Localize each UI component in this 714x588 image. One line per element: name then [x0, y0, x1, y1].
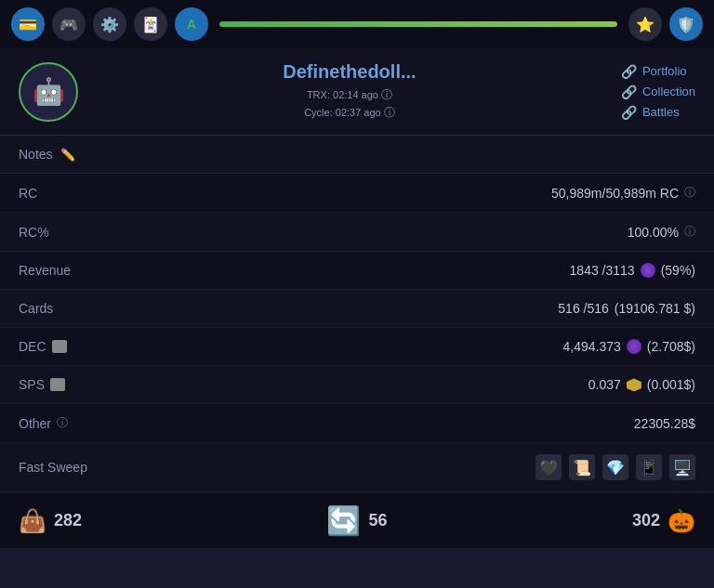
bottom-right-icon: 🎃: [668, 508, 695, 534]
profile-trx: TRX: 02:14 ago ⓘ: [97, 86, 602, 104]
revenue-row: Revenue 1843 /3113 (59%): [0, 252, 714, 290]
shield-nav-btn[interactable]: 🛡️: [669, 7, 703, 41]
nav-left-icons: 💳 🎮 ⚙️ 🃏 A: [11, 7, 208, 41]
star-nav-btn[interactable]: ⭐: [628, 7, 662, 41]
dec-row: DEC 4,494.373 (2.708$): [0, 328, 714, 366]
sps-cabinet-icon[interactable]: [50, 378, 65, 391]
revenue-label: Revenue: [19, 263, 130, 278]
bottom-right-item: 302 🎃: [632, 508, 695, 534]
fast-sweep-label: Fast Sweep: [19, 460, 87, 475]
notes-edit-icon[interactable]: ✏️: [60, 148, 75, 162]
revenue-token-icon: [641, 263, 655, 278]
trx-info-icon[interactable]: ⓘ: [381, 88, 392, 101]
dec-label: DEC: [19, 339, 130, 354]
cards-value: 516 /516 (19106.781 $): [558, 301, 695, 316]
sps-value: 0.037 (0.001$): [588, 377, 695, 392]
bottom-left-icon: 👜: [19, 508, 46, 534]
dec-cabinet-icon[interactable]: [52, 340, 67, 353]
rc-row: RC 50,989m/50,989m RC ⓘ: [0, 174, 714, 213]
collection-link[interactable]: 🔗 Collection: [621, 85, 695, 99]
settings-nav-btn[interactable]: ⚙️: [93, 7, 126, 41]
progress-bar: [219, 21, 617, 27]
revenue-value: 1843 /3113 (59%): [570, 263, 695, 278]
profile-cycle: Cycle: 02:37 ago ⓘ: [97, 104, 602, 122]
sps-token-icon: [627, 378, 641, 391]
bottom-center-item: 🔄 56: [82, 504, 632, 537]
main-content: Notes ✏️ RC 50,989m/50,989m RC ⓘ RC% 100…: [0, 136, 714, 492]
notes-row: Notes ✏️: [0, 136, 714, 174]
sweep-icon-1[interactable]: 🖤: [536, 454, 562, 480]
avatar: 🤖: [19, 62, 78, 122]
bottom-left-item: 👜 282: [19, 508, 82, 534]
profile-links: 🔗 Portfolio 🔗 Collection 🔗 Battles: [621, 64, 695, 120]
sweep-icon-4[interactable]: 📱: [636, 454, 662, 480]
battles-link[interactable]: 🔗 Battles: [621, 105, 680, 120]
other-row: Other ⓘ 22305.28$: [0, 404, 714, 443]
notes-label: Notes: [19, 147, 53, 162]
sweep-icons: 🖤 📜 💎 📱 🖥️: [536, 454, 695, 480]
account-nav-btn[interactable]: A: [175, 7, 208, 41]
progress-fill: [219, 21, 617, 27]
other-info-icon[interactable]: ⓘ: [57, 415, 68, 431]
other-label: Other ⓘ: [19, 415, 130, 431]
rc-value: 50,989m/50,989m RC ⓘ: [551, 185, 695, 201]
wallet-nav-btn[interactable]: 💳: [11, 7, 45, 41]
rc-info-icon[interactable]: ⓘ: [684, 185, 695, 201]
profile-section: 🤖 Definethedoll... TRX: 02:14 ago ⓘ Cycl…: [0, 48, 714, 136]
sps-row: SPS 0.037 (0.001$): [0, 366, 714, 404]
bottom-center-count: 56: [368, 511, 387, 530]
nav-right-icons: ⭐ 🛡️: [628, 7, 703, 41]
portfolio-link-icon: 🔗: [621, 64, 637, 79]
battles-link-icon: 🔗: [621, 105, 637, 120]
rc-percent-row: RC% 100.00% ⓘ: [0, 213, 714, 252]
top-navigation: 💳 🎮 ⚙️ 🃏 A ⭐ 🛡️: [0, 0, 714, 48]
sps-label: SPS: [19, 377, 130, 392]
sweep-icon-3[interactable]: 💎: [602, 454, 628, 480]
collection-link-icon: 🔗: [621, 85, 637, 99]
dec-token-icon: [627, 339, 641, 354]
cycle-info-icon[interactable]: ⓘ: [384, 106, 395, 119]
cards-row: Cards 516 /516 (19106.781 $): [0, 290, 714, 328]
cards-nav-btn[interactable]: 🃏: [134, 7, 167, 41]
bottom-right-count: 302: [632, 511, 660, 530]
rc-label: RC: [19, 186, 130, 201]
rc-percent-value: 100.00% ⓘ: [628, 224, 695, 240]
rc-percent-info-icon[interactable]: ⓘ: [684, 224, 695, 240]
cards-label: Cards: [19, 301, 130, 316]
dec-value: 4,494.373 (2.708$): [563, 339, 695, 354]
bottom-bar: 👜 282 🔄 56 302 🎃: [0, 492, 714, 548]
fast-sweep-row: Fast Sweep 🖤 📜 💎 📱 🖥️: [0, 443, 714, 492]
other-value: 22305.28$: [634, 416, 695, 431]
sweep-icon-5[interactable]: 🖥️: [669, 454, 695, 480]
game-nav-btn[interactable]: 🎮: [52, 7, 86, 41]
profile-info: Definethedoll... TRX: 02:14 ago ⓘ Cycle:…: [78, 61, 621, 122]
bottom-center-icon: 🔄: [326, 504, 361, 537]
sweep-icon-2[interactable]: 📜: [569, 454, 595, 480]
portfolio-link[interactable]: 🔗 Portfolio: [621, 64, 687, 79]
rc-percent-label: RC%: [19, 225, 130, 240]
bottom-left-count: 282: [54, 511, 82, 530]
profile-username: Definethedoll...: [97, 61, 602, 83]
